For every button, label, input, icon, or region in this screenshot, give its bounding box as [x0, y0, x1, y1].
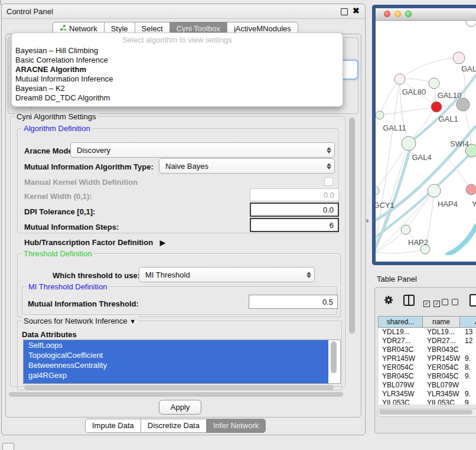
settings-vertical-scrollbar[interactable] — [349, 118, 355, 334]
new-table-icon[interactable] — [470, 294, 476, 306]
tab-label: jActiveMNodules — [234, 24, 291, 33]
node-label: GCY1 — [376, 201, 395, 210]
network-view-window[interactable]: GAL GAL80 GAL10 GAL1 GAL11 SWI4 GAL4 GCY… — [372, 5, 476, 265]
deselect-all-columns-icon[interactable] — [442, 297, 458, 308]
mi-type-value: Naive Bayes — [159, 162, 324, 171]
node-table: shared... name A YDL19...YDL19...13 YDR2… — [379, 316, 476, 405]
close-icon[interactable]: ✖ — [353, 6, 360, 15]
splitter-handle[interactable] — [366, 219, 369, 223]
which-threshold-combo[interactable]: MI Threshold — [139, 267, 315, 282]
tab-infer-network[interactable]: Infer Network — [206, 419, 266, 433]
list-vertical-scrollbar[interactable] — [331, 341, 337, 373]
settings-horizontal-scrollbar[interactable] — [9, 392, 343, 397]
kernel-width-field[interactable]: 0.0 — [250, 188, 339, 201]
node-gal10[interactable] — [429, 78, 439, 89]
aracne-mode-combo[interactable]: Discovery — [70, 142, 335, 158]
dropdown-option[interactable]: Mutual Information Inference — [15, 74, 113, 83]
table-row[interactable]: YBR043CYBR043C — [379, 345, 476, 354]
dropdown-option[interactable]: Bayesian – K2 — [15, 84, 65, 93]
minimize-traffic-light-icon[interactable] — [395, 11, 401, 17]
data-attributes-list[interactable]: SelfLoops TopologicalCoefficient Between… — [23, 340, 341, 384]
threshold-definition-title: Threshold Definition — [22, 249, 94, 258]
kernel-width-label: Kernel Width (0,1): — [24, 192, 92, 201]
table-row[interactable]: YBL079WYBL079W — [379, 381, 476, 390]
node-gal[interactable] — [453, 52, 465, 64]
mi-threshold-group-title: MI Threshold Definition — [27, 282, 109, 291]
column-header[interactable]: name — [422, 316, 460, 328]
node-gal1[interactable] — [431, 102, 442, 112]
gear-icon[interactable] — [383, 295, 394, 308]
aracne-mode-label: Aracne Mode: — [24, 146, 75, 155]
float-window-icon[interactable] — [341, 8, 348, 15]
minimized-window-icon[interactable] — [2, 443, 14, 450]
node-gcy1[interactable] — [376, 187, 379, 195]
dropdown-option[interactable]: Basic Correlation Inference — [15, 56, 108, 64]
hub-definition-label: Hub/Transcription Factor Definition — [24, 238, 153, 247]
mi-type-combo[interactable]: Naive Bayes — [159, 158, 335, 174]
node-gal11[interactable] — [376, 111, 384, 119]
collapse-down-icon: ▼ — [129, 318, 136, 325]
dpi-tolerance-label: DPI Tolerance [0,1]: — [24, 207, 95, 216]
table-row[interactable]: YER054CYER054C8. — [379, 363, 476, 372]
tab-label: Style — [111, 24, 128, 33]
column-header[interactable]: shared... — [378, 316, 423, 328]
node-gray[interactable] — [457, 98, 470, 111]
list-item[interactable]: SelfLoops — [24, 340, 328, 350]
network-graph: GAL GAL80 GAL10 GAL1 GAL11 SWI4 GAL4 GCY… — [376, 21, 476, 255]
dropdown-option-selected[interactable]: ARACNE Algorithm — [15, 65, 86, 74]
tab-label: Discretize Data — [148, 421, 200, 430]
list-item[interactable]: BetweennessCentrality — [24, 360, 328, 370]
node-label: GAL — [461, 64, 476, 73]
table-row[interactable]: YPR145WYPR145W9. — [379, 354, 476, 363]
dropdown-option[interactable]: Dream8 DC_TDC Algorithm — [15, 93, 110, 102]
control-panel-titlebar: Control Panel ✖ — [2, 4, 365, 19]
dropdown-option[interactable]: Bayesian – Hill Climbing — [15, 46, 98, 55]
node-gal80[interactable] — [395, 74, 405, 84]
mi-type-label: Mutual Information Algorithm Type: — [24, 162, 154, 171]
settings-group-title: Cyni Algorithm Settings — [15, 112, 97, 121]
expand-right-icon: ▶ — [160, 239, 165, 247]
node-hap2[interactable] — [401, 225, 410, 234]
table-row[interactable]: YDL19...YDL19...13 — [379, 328, 476, 337]
combo-arrows-icon — [324, 147, 334, 154]
node-y[interactable] — [466, 184, 476, 195]
dpi-tolerance-field[interactable]: 0.0 — [250, 203, 339, 217]
combo-arrows-icon — [324, 163, 334, 169]
tab-impute-data[interactable]: Impute Data — [85, 419, 141, 433]
node-hap4[interactable] — [428, 184, 441, 197]
close-traffic-light-icon[interactable] — [384, 11, 390, 17]
network-icon — [60, 24, 67, 33]
table-horizontal-scrollbar[interactable] — [377, 409, 476, 417]
column-view-icon[interactable] — [403, 295, 415, 306]
apply-button[interactable]: Apply — [159, 400, 201, 415]
table-row[interactable]: YDR27...YDR27...12 — [379, 337, 476, 345]
edge-thick — [448, 226, 476, 255]
manual-kernel-checkbox[interactable] — [324, 177, 333, 186]
data-attributes-label: Data Attributes — [22, 330, 77, 339]
table-row[interactable]: YBR045CYBR045C9. — [379, 372, 476, 381]
mi-steps-label: Mutual Information Steps: — [24, 223, 119, 231]
node[interactable] — [466, 21, 476, 27]
dropdown-placeholder: Select algorithm to view settings — [12, 35, 343, 44]
tab-label: Select — [142, 24, 163, 33]
node-gal4[interactable] — [402, 136, 416, 151]
hub-definition-toggle[interactable]: Hub/Transcription Factor Definition ▶ — [24, 238, 165, 247]
table-row-partial[interactable]: YIL053CYIL053C9 — [379, 399, 476, 405]
table-panel-title: Table Panel — [377, 275, 417, 283]
table-row[interactable]: YLR345WYLR345W9. — [379, 390, 476, 399]
network-canvas[interactable]: GAL GAL80 GAL10 GAL1 GAL11 SWI4 GAL4 GCY… — [376, 21, 476, 262]
column-header[interactable]: A — [459, 316, 476, 328]
list-horizontal-scrollbar[interactable] — [24, 385, 334, 390]
tab-discretize-data[interactable]: Discretize Data — [141, 419, 207, 433]
table-header-row: shared... name A — [379, 316, 476, 328]
algorithm-definition-title: Algorithm Definition — [22, 124, 92, 133]
tab-label: Infer Network — [213, 421, 259, 430]
list-item[interactable]: gal4RGexp — [24, 370, 328, 380]
zoom-traffic-light-icon[interactable] — [405, 11, 412, 17]
cyni-mode-tabs: Impute Data Discretize Data Infer Networ… — [85, 419, 266, 433]
select-all-columns-icon[interactable]: ✓ ✓ — [423, 297, 440, 308]
sources-toggle[interactable]: Sources for Network Inference ▼ — [22, 317, 138, 325]
mi-steps-field[interactable]: 6 — [250, 218, 339, 232]
list-item[interactable]: TopologicalCoefficient — [24, 350, 328, 360]
mi-threshold-field[interactable]: 0.5 — [249, 295, 338, 309]
